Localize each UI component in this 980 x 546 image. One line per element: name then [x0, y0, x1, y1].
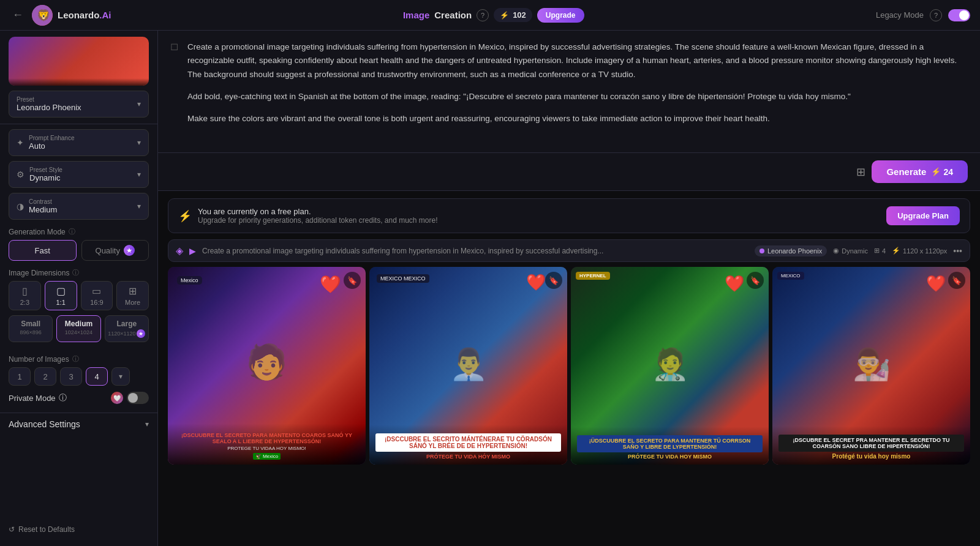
size-row: Small 896×896 Medium 1024×1024 Large 112…	[9, 315, 149, 342]
private-mode-row: Private Mode ⓘ 🤍	[0, 386, 157, 410]
size-small-button[interactable]: Small 896×896	[9, 315, 53, 342]
preset-style-icon: ⚙	[17, 170, 24, 179]
token-icon: ⚡	[500, 11, 509, 20]
img1-bookmark-button[interactable]: 🔖	[344, 272, 361, 289]
gen-count: ⊞ 4	[874, 247, 886, 255]
img1-badge: Mexico	[177, 276, 202, 285]
advanced-settings-toggle[interactable]: Advanced Settings ▾	[0, 413, 157, 435]
legacy-mode-toggle[interactable]	[948, 9, 970, 21]
private-mode-toggle[interactable]	[127, 392, 149, 404]
generate-token-cost: ⚡ 24	[931, 167, 953, 177]
upgrade-plan-button[interactable]: Upgrade Plan	[886, 206, 960, 225]
ratio-16-9-icon: ▭	[92, 285, 101, 297]
preset-style-inner: ⚙ Preset Style Dynamic	[17, 166, 62, 182]
svg-marker-2	[126, 248, 132, 253]
size-medium-button[interactable]: Medium 1024×1024	[56, 315, 100, 342]
private-mode-label: Private Mode ⓘ	[9, 392, 67, 403]
main-layout: Preset Leonardo Phoenix ▾ ✦ Prompt Enhan…	[0, 31, 980, 546]
legacy-help-icon[interactable]: ?	[930, 9, 942, 21]
num-3-button[interactable]: 3	[60, 367, 82, 386]
help-icon[interactable]: ?	[477, 9, 489, 21]
img2-bookmark-button[interactable]: 🔖	[545, 272, 562, 289]
enhance-icon[interactable]: ⊞	[856, 165, 865, 179]
banner-text: You are currently on a free plan. Upgrad…	[198, 207, 438, 225]
img3-person-icon: 🧑‍⚕️	[651, 346, 689, 382]
num-more-button[interactable]: ▾	[111, 367, 130, 386]
generation-mode-section: Generation Mode ⓘ	[0, 220, 157, 240]
num-1-button[interactable]: 1	[9, 367, 31, 386]
image-card-inner-1: 🧑 ❤️ Mexico ¡DSCUUBRE EL SECRETO PARA MA…	[168, 267, 366, 465]
size-large-badge	[137, 329, 145, 338]
brand-logo: 🦁 Leonardo.Ai	[32, 5, 111, 26]
img1-person-icon: 🧑	[246, 342, 288, 382]
generation-info-row: ◈ ▶ Create a promotional image targeting…	[168, 239, 970, 262]
image-card-3: 🧑‍⚕️ ❤️ HYPERNEL ¡ÜDSCUUBRE EL SECRETO P…	[571, 267, 769, 465]
num-4-button[interactable]: 4	[86, 367, 108, 386]
num-2-button[interactable]: 2	[34, 367, 56, 386]
dimensions-controls: ▯ 2:3 ▢ 1:1 ▭ 16:9 ⊞ More Small	[0, 281, 157, 347]
gen-preset-chip: Leonardo Phoenix	[755, 245, 827, 256]
legacy-mode-label: Legacy Mode	[876, 10, 924, 20]
preset-preview-overlay	[9, 78, 149, 86]
gen-size-icon: ⚡	[892, 247, 900, 255]
dimensions-help-icon[interactable]: ⓘ	[72, 268, 79, 277]
prompt-icon: ◻	[170, 40, 178, 52]
ratio-1-1-button[interactable]: ▢ 1:1	[45, 281, 77, 310]
image-card-2: 👨‍💼 ❤️ MEXICO MEXICO ¡DSCCUBRE EL SECRIT…	[369, 267, 567, 465]
img4-bookmark-button[interactable]: 🔖	[948, 272, 965, 289]
advanced-settings-chevron-icon: ▾	[145, 420, 149, 428]
prompt-area[interactable]: ◻ Create a promotional image targeting i…	[158, 31, 980, 153]
image-dimensions-section: Image Dimensions ⓘ	[0, 261, 157, 281]
ratio-2-3-button[interactable]: ▯ 2:3	[9, 281, 41, 310]
prompt-enhance-icon: ✦	[17, 138, 24, 148]
image-card-inner-2: 👨‍💼 ❤️ MEXICO MEXICO ¡DSCCUBRE EL SECRIT…	[369, 267, 567, 465]
ratio-more-button[interactable]: ⊞ More	[116, 281, 149, 310]
preset-style-text: Preset Style Dynamic	[29, 166, 62, 182]
preset-preview	[9, 37, 149, 86]
preset-chevron-icon: ▾	[137, 100, 141, 108]
prompt-enhance-chevron-icon: ▾	[137, 138, 141, 147]
nav-right: Legacy Mode ?	[876, 9, 970, 21]
private-toggle-area: 🤍	[111, 392, 149, 404]
gen-mode-help-icon[interactable]: ⓘ	[69, 227, 75, 236]
preset-selector-inner: Preset Leonardo Phoenix	[17, 96, 81, 112]
image-card-4: 👨‍🔬 ❤️ MEXICO ¡DSCUBRE EL SECRET PRA MAN…	[772, 267, 970, 465]
num-images-section: Number of Images ⓘ	[0, 347, 157, 367]
brand-name: Leonardo.Ai	[58, 10, 111, 20]
fast-mode-button[interactable]: Fast	[9, 240, 77, 261]
reset-defaults-button[interactable]: ↺ Reset to Defaults	[0, 519, 157, 540]
img2-text-banner: ¡DSCCUBRE EL SECRITO MÁNTÉNERAE TU CÖRAD…	[369, 425, 567, 465]
gen-row-expand-icon[interactable]: ▶	[189, 246, 196, 256]
generate-button[interactable]: Generate ⚡ 24	[872, 160, 968, 183]
aspect-ratio-row: ▯ 2:3 ▢ 1:1 ▭ 16:9 ⊞ More	[9, 281, 149, 310]
reset-icon: ↺	[9, 525, 15, 534]
page-title: Image Creation ? ⚡ 102 Upgrade	[403, 8, 584, 23]
preset-style-control[interactable]: ⚙ Preset Style Dynamic ▾	[9, 161, 149, 188]
contrast-chevron-icon: ▾	[137, 202, 141, 211]
img3-bookmark-button[interactable]: 🔖	[747, 272, 764, 289]
preset-section: Preset Leonardo Phoenix ▾	[0, 31, 157, 124]
gen-row-more-icon[interactable]: •••	[953, 246, 962, 256]
contrast-control[interactable]: ◑ Contrast Medium ▾	[9, 193, 149, 220]
gen-row-icon: ◈	[176, 245, 183, 256]
prompt-text: Create a promotional image targeting ind…	[170, 40, 968, 125]
ratio-16-9-button[interactable]: ▭ 16:9	[81, 281, 113, 310]
preset-selector[interactable]: Preset Leonardo Phoenix ▾	[9, 91, 149, 118]
upgrade-button[interactable]: Upgrade	[537, 8, 584, 23]
quality-mode-button[interactable]: Quality	[81, 240, 149, 261]
num-images-row: 1 2 3 4 ▾	[9, 367, 149, 386]
back-button[interactable]: ←	[10, 6, 26, 24]
private-heart-badge: 🤍	[111, 392, 123, 404]
size-large-button[interactable]: Large 1120×1120	[105, 315, 149, 342]
ratio-more-icon: ⊞	[129, 285, 137, 297]
img3-text-banner: ¡ÜDSCUUBRE EL SECRETO PARA MANTENER TÜ C…	[571, 427, 769, 465]
ratio-2-3-icon: ▯	[22, 285, 28, 297]
private-mode-help-icon[interactable]: ⓘ	[59, 392, 67, 403]
generate-row: ⊞ Generate ⚡ 24	[158, 153, 980, 191]
contrast-inner: ◑ Contrast Medium	[17, 198, 57, 214]
img1-logo: 🦅 Mexico	[253, 453, 281, 460]
prompt-enhance-control[interactable]: ✦ Prompt Enhance Auto ▾	[9, 129, 149, 156]
num-images-help-icon[interactable]: ⓘ	[72, 354, 79, 364]
gen-style-icon: ◉	[833, 247, 839, 255]
img4-heart-icon: ❤️	[926, 274, 946, 293]
